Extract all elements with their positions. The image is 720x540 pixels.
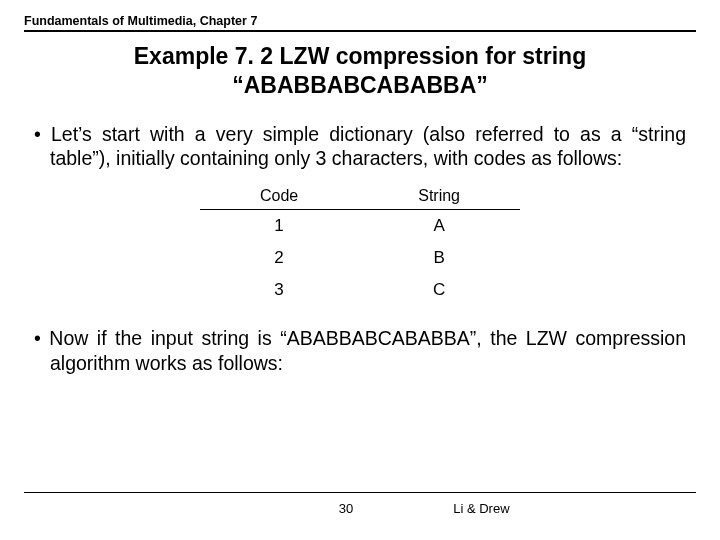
footer-row: 30 Li & Drew <box>24 501 696 516</box>
slide-title: Example 7. 2 LZW compression for string … <box>24 42 696 100</box>
cell-string: A <box>358 210 520 243</box>
slide: Fundamentals of Multimedia, Chapter 7 Ex… <box>0 0 720 540</box>
bullet-1: Let’s start with a very simple dictionar… <box>34 122 686 172</box>
cell-code: 2 <box>200 242 358 274</box>
bullet-2: Now if the input string is “ABABBABCABAB… <box>34 326 686 376</box>
table-row: 3 C <box>200 274 520 306</box>
footer: 30 Li & Drew <box>24 492 696 516</box>
cell-code: 3 <box>200 274 358 306</box>
col-code: Code <box>200 185 358 210</box>
header-rule <box>24 30 696 32</box>
slide-body: Let’s start with a very simple dictionar… <box>24 122 696 377</box>
cell-string: B <box>358 242 520 274</box>
page-number: 30 <box>28 501 393 516</box>
footer-rule <box>24 492 696 493</box>
col-string: String <box>358 185 520 210</box>
cell-string: C <box>358 274 520 306</box>
dictionary-table: Code String 1 A 2 B 3 C <box>200 185 520 306</box>
table-row: 1 A <box>200 210 520 243</box>
chapter-label: Fundamentals of Multimedia, Chapter 7 <box>24 14 696 30</box>
cell-code: 1 <box>200 210 358 243</box>
table-header-row: Code String <box>200 185 520 210</box>
authors: Li & Drew <box>393 501 692 516</box>
table-row: 2 B <box>200 242 520 274</box>
